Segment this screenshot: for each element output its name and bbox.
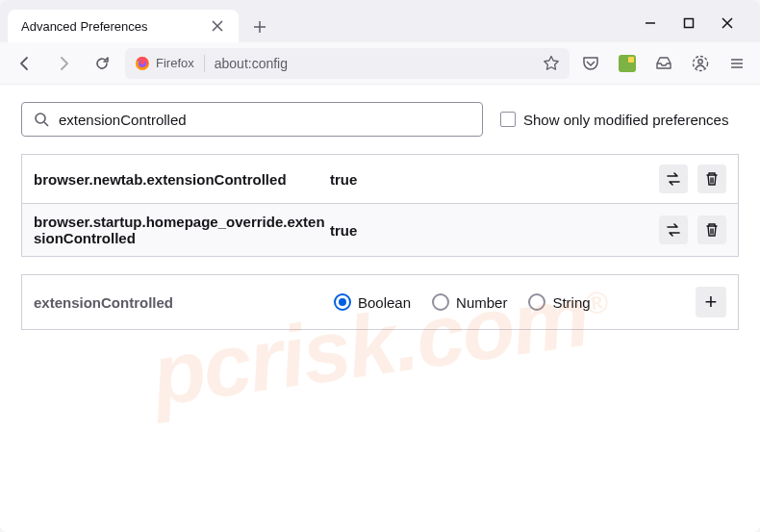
preference-row: browser.newtab.extensionControlled true [22, 155, 738, 204]
titlebar: Advanced Preferences [0, 0, 760, 42]
search-icon [34, 112, 49, 127]
search-value: extensionControlled [59, 112, 187, 128]
radio-icon [528, 293, 545, 311]
pocket-icon[interactable] [577, 50, 604, 77]
tab[interactable]: Advanced Preferences [8, 10, 239, 42]
new-preference: extensionControlled Boolean Number Strin… [21, 274, 739, 330]
toggle-button[interactable] [659, 215, 688, 244]
close-icon[interactable] [210, 18, 225, 34]
add-button[interactable]: + [696, 287, 726, 317]
url-bar[interactable]: Firefox about:config [125, 48, 570, 79]
delete-button[interactable] [697, 165, 726, 193]
forward-button[interactable] [48, 48, 79, 79]
menu-icon[interactable] [723, 50, 750, 77]
pref-name: browser.startup.homepage_override.extens… [34, 214, 330, 246]
new-pref-name: extensionControlled [34, 294, 320, 311]
preference-row: browser.startup.homepage_override.extens… [22, 204, 738, 256]
browser-window: Advanced Preferences [0, 0, 760, 532]
toggle-button[interactable] [659, 165, 688, 193]
search-input[interactable]: extensionControlled [21, 102, 483, 137]
svg-point-4 [698, 59, 702, 63]
radio-label: Number [456, 294, 507, 311]
radio-boolean[interactable]: Boolean [334, 293, 411, 311]
modified-label: Show only modified preferences [523, 112, 728, 128]
delete-button[interactable] [697, 215, 726, 244]
bookmark-star-icon[interactable] [543, 55, 560, 72]
radio-number[interactable]: Number [432, 293, 507, 311]
inbox-icon[interactable] [650, 50, 677, 77]
window-controls [643, 15, 752, 42]
type-radio-group: Boolean Number String [334, 293, 682, 311]
extension-icon[interactable] [614, 50, 641, 77]
tab-title: Advanced Preferences [21, 19, 202, 34]
toolbar: Firefox about:config [0, 42, 760, 85]
maximize-button[interactable] [681, 15, 697, 31]
firefox-icon [135, 56, 150, 71]
radio-label: String [552, 294, 590, 311]
content-area: extensionControlled Show only modified p… [0, 85, 760, 532]
minimize-button[interactable] [643, 15, 658, 31]
radio-icon [432, 293, 449, 311]
svg-point-5 [36, 114, 45, 123]
show-modified-checkbox[interactable]: Show only modified preferences [500, 112, 728, 128]
checkbox-icon [500, 112, 516, 127]
radio-label: Boolean [358, 294, 411, 311]
pref-value: true [330, 222, 659, 239]
close-window-button[interactable] [720, 15, 735, 31]
pref-name: browser.newtab.extensionControlled [34, 171, 330, 188]
reload-button[interactable] [87, 48, 117, 79]
pref-value: true [330, 171, 659, 188]
site-identity[interactable]: Firefox [135, 56, 194, 71]
preference-list: browser.newtab.extensionControlled true … [21, 154, 739, 257]
radio-string[interactable]: String [528, 293, 590, 311]
new-tab-button[interactable] [244, 12, 275, 42]
svg-rect-0 [685, 19, 694, 28]
radio-icon [334, 293, 351, 311]
account-icon[interactable] [687, 50, 714, 77]
url-text: about:config [215, 56, 533, 71]
back-button[interactable] [10, 48, 40, 79]
identity-label: Firefox [156, 56, 194, 70]
